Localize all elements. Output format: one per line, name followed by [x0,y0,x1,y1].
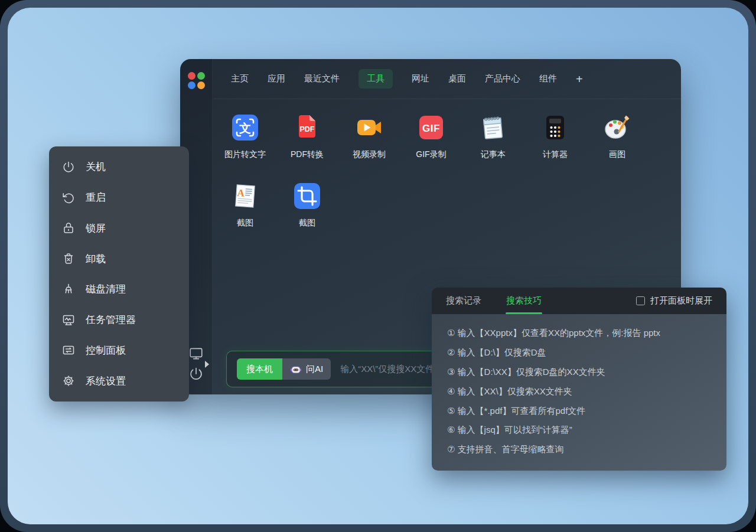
logo-petal [188,72,195,80]
calculator-icon [541,113,569,142]
tips-tab-搜索记录[interactable]: 搜索记录 [446,288,481,314]
tool-视频录制[interactable]: 视频录制 [338,113,400,160]
video-record-icon [355,113,383,142]
menu-item-系统设置[interactable]: 系统设置 [49,365,189,396]
menu-item-label: 锁屏 [86,221,106,235]
tip-line-6: ⑥ 输入【jsq】可以找到“计算器” [447,420,715,440]
menu-item-磁盘清理[interactable]: 磁盘清理 [49,274,189,305]
tab-组件[interactable]: 组件 [539,73,557,84]
tip-line-2: ② 输入【D:\】仅搜索D盘 [447,343,715,363]
expand-label: 打开面板时展开 [650,295,712,306]
checkbox-icon[interactable] [636,296,645,305]
tool-画图[interactable]: 画图 [586,113,648,160]
tool-图片转文字[interactable]: 文图片转文字 [214,113,276,160]
search-local-button[interactable]: 搜本机 [237,358,282,380]
menu-item-任务管理器[interactable]: 任务管理器 [49,305,189,335]
search-mode-switch: 搜本机 问AI [237,358,331,380]
svg-text:A: A [237,187,245,199]
tool-label: 记事本 [481,149,506,160]
expand-on-open-toggle[interactable]: 打开面板时展开 [636,295,712,306]
tool-label: PDF转换 [291,149,324,160]
ask-ai-button[interactable]: 问AI [282,358,331,380]
add-tab-button[interactable]: + [576,73,583,85]
menu-item-label: 卸载 [86,252,106,266]
tool-label: 截图 [299,218,315,229]
menu-item-关机[interactable]: 关机 [49,152,189,182]
tool-label: 画图 [609,149,625,160]
tip-line-7: ⑦ 支持拼音、首字母缩略查询 [447,440,715,459]
tab-产品中心[interactable]: 产品中心 [485,73,520,84]
svg-text:PDF: PDF [300,125,315,133]
control-panel-icon [61,343,76,357]
gif-icon: GIF [417,113,445,142]
crop-icon [293,182,321,210]
search-tips-panel: 搜索记录搜索技巧 打开面板时展开 ① 输入【XXpptx】仅查看XX的pptx文… [432,288,726,471]
tab-应用[interactable]: 应用 [268,73,285,84]
tool-截图[interactable]: 截图 [276,182,338,229]
tips-header: 搜索记录搜索技巧 打开面板时展开 [432,288,726,314]
menu-item-锁屏[interactable]: 锁屏 [49,213,189,244]
tool-计算器[interactable]: 计算器 [524,113,586,160]
pic-to-text-icon: 文 [231,113,259,142]
notepad-icon [479,113,507,142]
tips-tab-搜索技巧[interactable]: 搜索技巧 [506,288,542,314]
settings-icon [61,374,76,388]
paint-icon [603,113,631,142]
menu-item-label: 关机 [86,160,106,174]
power-menu: 关机重启锁屏卸载磁盘清理任务管理器控制面板系统设置 [49,146,189,402]
lock-icon [61,221,76,235]
logo-petal [188,81,195,89]
uninstall-icon [61,252,76,266]
menu-item-控制面板[interactable]: 控制面板 [49,335,189,366]
tool-label: 视频录制 [353,149,386,160]
app-logo[interactable] [188,72,205,89]
tool-记事本[interactable]: 记事本 [462,113,524,160]
svg-text:文: 文 [239,122,251,135]
menu-item-卸载[interactable]: 卸载 [49,243,189,274]
menu-item-label: 控制面板 [86,344,126,357]
restart-icon [61,191,76,205]
tool-label: 计算器 [543,149,568,160]
tool-截图[interactable]: A截图 [214,182,276,229]
power-icon [61,160,76,174]
tip-line-5: ⑤ 输入【*.pdf】可查看所有pdf文件 [447,402,715,421]
tab-主页[interactable]: 主页 [231,73,249,84]
tool-label: GIF录制 [416,149,446,160]
task-manager-icon [61,313,76,327]
ask-ai-label: 问AI [306,364,323,375]
tab-桌面[interactable]: 桌面 [448,73,466,84]
tab-bar: 主页应用最近文件工具网址桌面产品中心组件 + [213,59,681,99]
power-icon[interactable] [188,365,204,382]
doc-screenshot-icon: A [231,182,259,210]
menu-item-label: 任务管理器 [86,313,136,327]
robot-icon [290,365,302,374]
tips-list: ① 输入【XXpptx】仅查看XX的pptx文件，例:报告 pptx② 输入【D… [432,314,726,471]
monitor-icon[interactable] [188,346,204,361]
tab-工具[interactable]: 工具 [359,69,393,89]
tip-line-4: ④ 输入【XX\】仅搜索XX文件夹 [447,382,715,402]
tip-line-3: ③ 输入【D:\XX】仅搜索D盘的XX文件夹 [447,363,715,382]
menu-item-重启[interactable]: 重启 [49,182,189,213]
disk-clean-icon [61,282,76,296]
tool-PDF转换[interactable]: PDFPDF转换 [276,113,338,160]
menu-item-label: 重启 [86,191,106,204]
menu-item-label: 磁盘清理 [86,282,126,296]
tab-网址[interactable]: 网址 [412,73,429,84]
tip-line-1: ① 输入【XXpptx】仅查看XX的pptx文件，例:报告 pptx [447,324,715,343]
tool-GIF录制[interactable]: GIFGIF录制 [400,113,462,160]
tool-label: 截图 [237,218,253,229]
expand-arrow-icon[interactable] [205,361,209,368]
menu-item-label: 系统设置 [86,374,126,388]
logo-petal [197,72,205,80]
tab-最近文件[interactable]: 最近文件 [304,73,340,84]
pdf-icon: PDF [293,113,321,142]
svg-text:GIF: GIF [422,123,440,134]
logo-petal [197,81,205,89]
tool-label: 图片转文字 [224,149,266,160]
